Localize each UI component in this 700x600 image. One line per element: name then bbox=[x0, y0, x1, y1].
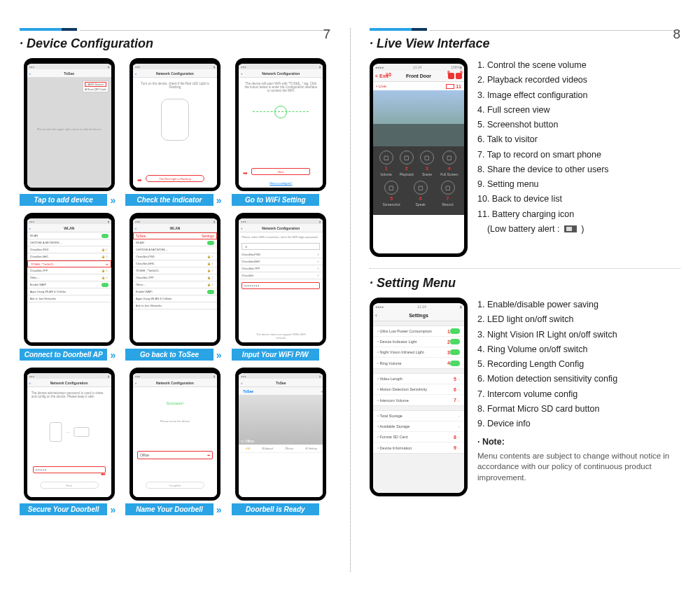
note-heading: Note: bbox=[477, 435, 680, 449]
step-caption: Connect to Doorbell AP» bbox=[20, 349, 118, 361]
step-3: ●●●▮‹Network ConfigurationThe device wil… bbox=[232, 58, 330, 206]
step-caption: Secure Your Doorbell» bbox=[20, 503, 118, 515]
section-title-device-config: Device Configuration bbox=[20, 36, 330, 51]
control-speak[interactable]: ▢6Speak bbox=[414, 181, 428, 207]
legend-item: 2. Playback recorded videos bbox=[477, 73, 680, 87]
accent-bar bbox=[370, 28, 412, 31]
legend-item: 3. Image effect configuration bbox=[477, 88, 680, 102]
legend-item: 1. Enable/disable power saving bbox=[477, 298, 680, 312]
step-caption: Check the indicator» bbox=[125, 194, 224, 206]
back-icon[interactable]: ‹ bbox=[375, 312, 377, 319]
spread: 7 Device Configuration ●●●▮‹ToSee+ ADD D… bbox=[0, 0, 700, 600]
video-preview[interactable] bbox=[373, 90, 464, 146]
step-caption: Name Your Doorbell» bbox=[125, 503, 224, 515]
topbar-right bbox=[370, 28, 680, 31]
control-record[interactable]: ▢7Record bbox=[441, 181, 455, 207]
legend-item: 9. Device info bbox=[477, 417, 680, 431]
caption-label: Name Your Doorbell bbox=[125, 503, 213, 515]
step-caption: Tap to add device» bbox=[20, 194, 118, 206]
control-playback[interactable]: ▢2Playback bbox=[400, 151, 414, 176]
legend-item: 8. Share the device to other users bbox=[477, 162, 680, 176]
section-title-setting-menu: Setting Menu bbox=[370, 276, 680, 291]
setting-row[interactable]: ▫ Night Vision Infrared Light3 bbox=[373, 347, 464, 358]
page-left: 7 Device Configuration ●●●▮‹ToSee+ ADD D… bbox=[0, 0, 350, 600]
toggle-switch[interactable] bbox=[450, 349, 460, 355]
control-panel: ▢1Volume▢2Playback▢3Scene▢4Full Screen ▢… bbox=[373, 146, 464, 215]
settings-title: Settings bbox=[409, 313, 428, 318]
phone-mock: ●●●▮‹ToSee+ ADD Device⊞ Scan QR CodePlea… bbox=[24, 58, 115, 191]
control-volume[interactable]: ▢1Volume bbox=[379, 151, 393, 176]
step-caption: Doorbell is Ready bbox=[232, 503, 330, 515]
step-caption: Go back to ToSee» bbox=[125, 349, 224, 361]
setting-row[interactable]: ▫ Total Storage› bbox=[373, 411, 464, 421]
battery-icon bbox=[446, 84, 454, 89]
phone-mock: ●●●▮‹Network ConfigurationThe device adm… bbox=[24, 368, 115, 501]
toggle-switch[interactable] bbox=[450, 361, 460, 366]
live-view-phone: ●●●●11:14100%▮ < Exit 10 Front Door 8 9 … bbox=[370, 58, 468, 257]
step-6: ●●●▮‹Network ConfigurationPlease select … bbox=[232, 213, 330, 361]
step-7: ●●●▮‹Network ConfigurationThe device adm… bbox=[20, 368, 118, 515]
caption-label: Check the indicator bbox=[125, 194, 213, 206]
toggle-switch[interactable] bbox=[450, 328, 460, 334]
legend-item: 4. Ring Volume on/off switch bbox=[477, 342, 680, 356]
accent-sub bbox=[412, 28, 427, 31]
page-number-right: 8 bbox=[673, 27, 680, 42]
rule-line bbox=[80, 30, 330, 31]
setting-row[interactable]: ▫ Ring Volume4 bbox=[373, 358, 464, 368]
battery-low-icon bbox=[564, 225, 577, 232]
setting-row[interactable]: ▫ Intercom Volume7› bbox=[373, 395, 464, 405]
step-4: ●●●▮‹WLANWLANCHOOSE A NETWORK…ChinaNet-P… bbox=[20, 213, 118, 361]
settings-header: ‹ Settings bbox=[373, 310, 464, 321]
live-view-legend: 1. Control the scene volume2. Playback r… bbox=[477, 58, 680, 257]
chevron-right-icon: » bbox=[214, 195, 225, 206]
step-1: ●●●▮‹ToSee+ ADD Device⊞ Scan QR CodePlea… bbox=[20, 58, 118, 206]
legend-item: 1. Control the scene volume bbox=[477, 58, 680, 72]
legend-item: 10. Back to device list bbox=[477, 192, 680, 206]
accent-bar bbox=[20, 28, 62, 31]
step-9: ●●●▮‹ToSeeToSee+⊙ Office⚡0⬆Upload⤴Share⚙… bbox=[232, 368, 330, 515]
rule-line bbox=[430, 30, 680, 31]
section-divider bbox=[370, 268, 680, 269]
topbar-left bbox=[20, 28, 330, 31]
control-screenshot[interactable]: ▢5Screenshot bbox=[382, 181, 400, 207]
legend-item: 7. Intercom volume config bbox=[477, 387, 680, 401]
legend-item: 4. Full screen view bbox=[477, 103, 680, 117]
control-scene[interactable]: ▢3Scene bbox=[420, 151, 434, 176]
chevron-right-icon: » bbox=[214, 349, 225, 361]
live-view-row: ●●●●11:14100%▮ < Exit 10 Front Door 8 9 … bbox=[370, 58, 680, 257]
setting-row[interactable]: ▫ Device Information9› bbox=[373, 442, 464, 453]
caption-label: Connect to Doorbell AP bbox=[20, 349, 107, 361]
setting-row[interactable]: ▫ Motion Detection Sensitivity6› bbox=[373, 384, 464, 395]
setting-row[interactable]: ▫ Ultra Low Power Consumption1 bbox=[373, 326, 464, 337]
legend-item: 3. Night Vision IR Light on/off switch bbox=[477, 328, 680, 342]
step-caption: Go to WiFi Setting bbox=[232, 194, 330, 206]
phone-status-bar: ●●●●11:14▮ bbox=[373, 303, 464, 310]
phone-mock: ●●●▮‹WLANToSeeSettingsWLANCHOOSE A NETWO… bbox=[130, 213, 220, 346]
settings-row: ●●●●11:14▮ ‹ Settings ▫ Ultra Low Power … bbox=[370, 298, 680, 496]
setting-row[interactable]: ▫ Format SD Card8› bbox=[373, 432, 464, 442]
setting-row[interactable]: ▫ Video Length5› bbox=[373, 374, 464, 384]
settings-phone: ●●●●11:14▮ ‹ Settings ▫ Ultra Low Power … bbox=[370, 298, 468, 496]
phone-mock: ●●●▮‹Network ConfigurationTurn on the de… bbox=[130, 58, 220, 191]
note-text: Menu contents are subject to change with… bbox=[477, 451, 680, 484]
legend-item: 9. Setting menu bbox=[477, 177, 680, 191]
control-full screen[interactable]: ▢4Full Screen bbox=[440, 151, 458, 176]
settings-body: ▫ Ultra Low Power Consumption1▫ Device I… bbox=[373, 321, 464, 493]
legend-item: 11. Battery charging icon bbox=[477, 207, 680, 221]
phone-mock: ●●●▮‹Network ConfigurationSuccess!Please… bbox=[130, 368, 220, 501]
section-title-live-view: Live View Interface bbox=[370, 36, 680, 51]
settings-legend: 1. Enable/disable power saving2. LED lig… bbox=[477, 298, 680, 496]
toggle-switch[interactable] bbox=[450, 339, 460, 344]
step-5: ●●●▮‹WLANToSeeSettingsWLANCHOOSE A NETWO… bbox=[125, 213, 224, 361]
live-sub-bar: • Live 11 bbox=[373, 82, 464, 90]
phone-mock: ●●●▮‹Network ConfigurationPlease select … bbox=[235, 213, 326, 346]
legend-item: 8. Format Micro SD card button bbox=[477, 402, 680, 416]
chevron-right-icon: » bbox=[214, 504, 225, 515]
phone-mock: ●●●▮‹WLANWLANCHOOSE A NETWORK…ChinaNet-P… bbox=[24, 213, 115, 346]
phone-mock: ●●●▮‹Network ConfigurationThe device wil… bbox=[235, 58, 326, 191]
setting-row[interactable]: ▫ Available Storage› bbox=[373, 421, 464, 432]
setting-row[interactable]: ▫ Device Indicator Light2 bbox=[373, 337, 464, 347]
page-right: 8 Live View Interface ●●●●11:14100%▮ < E… bbox=[350, 0, 700, 600]
caption-label: Go back to ToSee bbox=[125, 349, 213, 361]
page-number-left: 7 bbox=[323, 27, 330, 42]
